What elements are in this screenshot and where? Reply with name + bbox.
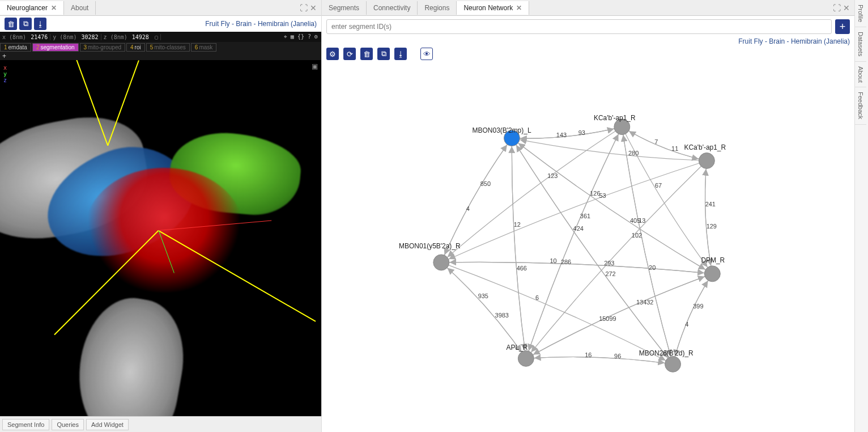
graph-node-label: APL_R (506, 344, 527, 351)
left-bottom-bar: Segment InfoQueriesAdd Widget (0, 416, 321, 432)
graph-edge-label: 272 (605, 270, 615, 277)
graph-edge[interactable] (526, 127, 622, 359)
right-tab[interactable]: Regions (418, 1, 457, 15)
graph-edge[interactable] (526, 274, 712, 359)
graph-edge-label: 13432 (636, 299, 653, 306)
graph-edge-label: 12 (514, 221, 521, 228)
coord-x[interactable]: x (8nm) 21476 (0, 34, 50, 40)
right-tab[interactable]: Connectivity (367, 1, 418, 15)
graph-edge-label: 935 (478, 293, 488, 299)
graph-edge-label: 11 (671, 145, 678, 152)
expand-icon[interactable]: ⛶ (300, 3, 308, 12)
coord-y[interactable]: y (8nm) 30282 (50, 34, 101, 40)
graph-edge[interactable] (526, 357, 673, 365)
right-tab[interactable]: Segments (322, 1, 367, 15)
add-segment-button[interactable]: + (835, 19, 850, 34)
graph-edge[interactable] (512, 138, 712, 274)
graph-edge-label: 53 (599, 192, 606, 199)
graph-edge[interactable] (441, 262, 673, 364)
graph-node[interactable] (699, 153, 714, 169)
expand-icon[interactable]: ⛶ (833, 3, 841, 12)
graph-edge-label: 293 (604, 260, 614, 266)
search-row: + (322, 16, 854, 37)
copy-icon[interactable]: ⧉ (19, 18, 32, 30)
side-tab[interactable]: Datasets (855, 27, 866, 61)
graph-edge[interactable] (441, 160, 707, 262)
graph-edge[interactable] (526, 357, 673, 365)
close-icon[interactable]: ✕ (516, 4, 522, 12)
left-tab-bar: Neuroglancer✕About ⛶ ✕ (0, 0, 321, 16)
graph-edge-label: 280 (628, 150, 639, 156)
graph-edge[interactable] (512, 138, 526, 359)
graph-node[interactable] (665, 356, 681, 372)
left-tab[interactable]: About (64, 1, 96, 15)
bottom-button[interactable]: Queries (52, 419, 84, 430)
side-tab[interactable]: Feedback (855, 87, 866, 124)
graph-edge-label: 96 (614, 353, 621, 359)
graph-edge-label: 67 (655, 182, 662, 189)
close-icon[interactable]: ✕ (310, 3, 317, 12)
graph-edge-label: 399 (693, 303, 703, 310)
network-toolbar: ⚙ ⟳ 🗑 ⧉ ⭳ 👁 (322, 48, 854, 65)
ng-layer[interactable]: 5mito-classes (146, 43, 190, 52)
graph-edge-label: 286 (561, 259, 571, 265)
coord-z[interactable]: z (8nm) 14928 ▢ (101, 34, 161, 40)
download-icon[interactable]: ⭳ (34, 18, 46, 30)
graph-edge-label: 7 (654, 138, 658, 145)
bottom-button[interactable]: Add Widget (86, 419, 129, 430)
graph-edge-label: 466 (517, 265, 527, 272)
graph-edge[interactable] (441, 262, 713, 274)
ng-layer-bar: 1emdata2segmentation3mito-grouped4roi5mi… (0, 42, 321, 52)
graph-node[interactable] (433, 255, 449, 270)
dataset-label: Fruit Fly - Brain - Hemibrain (Janelia) (738, 37, 850, 45)
bottom-button[interactable]: Segment Info (2, 419, 49, 430)
graph-edge[interactable] (512, 138, 526, 359)
graph-node-label: MBON26(B'2d)_R (639, 349, 693, 357)
graph-edge[interactable] (512, 138, 712, 274)
gear-icon[interactable]: ⚙ (326, 48, 339, 60)
graph-node[interactable] (704, 266, 720, 282)
ng-tool-icon[interactable]: ? (308, 33, 311, 40)
graph-node-label: DPM_R (701, 256, 725, 264)
ng-3d-viewport[interactable]: x y z ▣ (0, 60, 321, 416)
graph-node[interactable] (518, 350, 534, 366)
download-icon[interactable]: ⭳ (394, 48, 407, 60)
ng-layer[interactable]: 6mask (191, 43, 216, 52)
graph-node-label: KCa'b'-ap1_R (594, 114, 636, 122)
ng-tool-icon[interactable]: ⌖ (284, 33, 287, 40)
eye-icon[interactable]: 👁 (420, 48, 433, 60)
trash-icon[interactable]: 🗑 (360, 48, 373, 60)
graph-edge-label: 143 (556, 132, 567, 138)
ng-layer[interactable]: 3mito-grouped (80, 43, 125, 52)
segment-search-input[interactable] (326, 19, 832, 34)
graph-edge-label: 405 (630, 217, 640, 224)
ng-layer[interactable]: 1emdata (0, 43, 31, 52)
graph-edge-label: 123 (547, 172, 558, 179)
ng-tool-icon[interactable]: ▦ (291, 33, 294, 40)
right-pane: SegmentsConnectivityRegionsNeuron Networ… (322, 0, 854, 432)
trash-icon[interactable]: 🗑 (5, 18, 17, 30)
close-icon[interactable]: ✕ (843, 3, 850, 12)
right-tab[interactable]: Neuron Network✕ (457, 1, 529, 15)
side-tab[interactable]: Profile (855, 0, 866, 27)
add-layer-button[interactable]: + (0, 52, 6, 60)
ng-layer[interactable]: 2segmentation (32, 43, 79, 52)
dataset-label: Fruit Fly - Brain - Hemibrain (Janelia) (205, 20, 317, 28)
side-tab[interactable]: About (855, 62, 866, 88)
close-icon[interactable]: ✕ (51, 4, 57, 12)
copy-icon[interactable]: ⧉ (377, 48, 390, 60)
network-graph[interactable]: 1437938501212642412336167131124128053102… (322, 65, 854, 432)
viewport-maximize-icon[interactable]: ▣ (312, 62, 318, 70)
refresh-icon[interactable]: ⟳ (343, 48, 356, 60)
ng-gear-icon[interactable]: ⚙ (314, 33, 318, 40)
graph-edge[interactable] (526, 127, 622, 359)
graph-edge-label: 4 (466, 205, 470, 212)
graph-edge-label: 93 (578, 129, 585, 136)
axis-labels: x y z (3, 65, 7, 83)
ng-tool-icon[interactable]: {} (297, 33, 304, 40)
right-tab-bar: SegmentsConnectivityRegionsNeuron Networ… (322, 0, 854, 16)
graph-edge-label: 129 (707, 223, 717, 230)
left-tab[interactable]: Neuroglancer✕ (0, 1, 64, 15)
graph-edge[interactable] (526, 274, 712, 359)
ng-layer[interactable]: 4roi (126, 43, 145, 52)
